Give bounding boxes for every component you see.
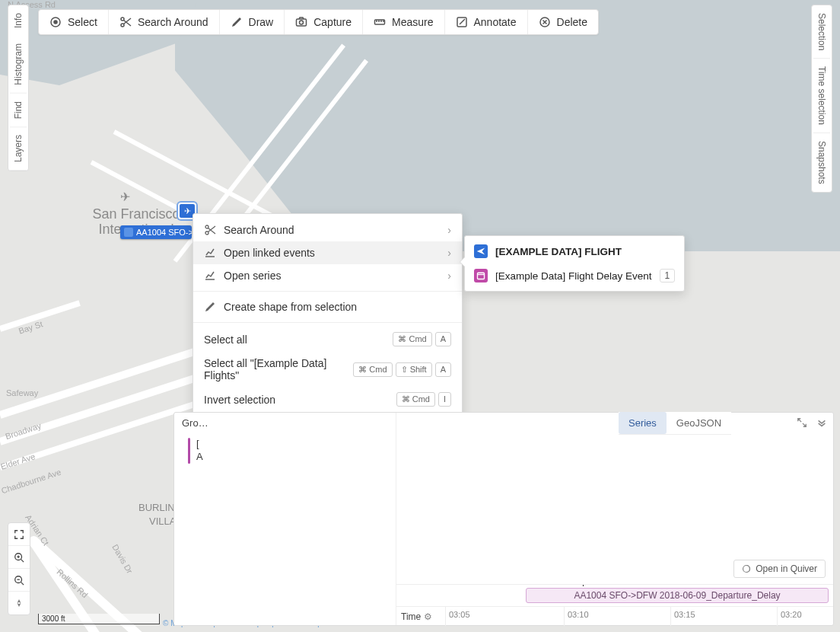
ctx-search-around[interactable]: Search Around ›	[193, 219, 462, 241]
timeline[interactable]: AA1004 SFO->DFW 2018-06-09_Departure_Del…	[396, 584, 833, 625]
street-label: Davis Dr	[110, 543, 135, 576]
measure-button[interactable]: Measure	[363, 10, 444, 34]
ctx-select-all-typed[interactable]: Select all "[Example Data] Flights" ⌘ Cm…	[193, 352, 462, 387]
right-tab-time-selection[interactable]: Time selection	[813, 59, 830, 133]
svg-rect-16	[478, 273, 485, 279]
tab-geojson[interactable]: GeoJSON	[667, 412, 731, 434]
group-header[interactable]: Gro…	[174, 413, 396, 433]
submenu-label: [EXAMPLE DATA] FLIGHT	[495, 246, 675, 257]
right-tab-selection[interactable]: Selection	[813, 5, 830, 59]
left-tab-info[interactable]: Info	[10, 5, 27, 36]
ctx-create-shape[interactable]: Create shape from selection	[193, 295, 462, 318]
submenu-delay-event[interactable]: [Example Data] Flight Delay Event 1	[465, 263, 684, 288]
timeline-axis-label[interactable]: Time ⚙	[396, 611, 442, 622]
scissors-icon	[204, 224, 216, 236]
toolbar-label: Draw	[249, 16, 274, 28]
submenu-flight-heading: [EXAMPLE DATA] FLIGHT	[465, 239, 684, 263]
scissors-icon	[119, 16, 132, 28]
left-tab-find[interactable]: Find	[10, 94, 27, 127]
bottom-panel-controls	[795, 416, 829, 429]
scale-bar: 3000 ft	[38, 614, 160, 624]
group-item[interactable]: [ A	[174, 433, 396, 468]
timeline-event-label: AA1004 SFO->DFW 2018-06-09_Departure_Del…	[574, 590, 780, 601]
delete-button[interactable]: Delete	[528, 10, 598, 34]
timeline-tick: 03:20	[777, 607, 802, 626]
right-tab-snapshots[interactable]: Snapshots	[813, 133, 830, 192]
kbd-shift: ⇧ Shift	[396, 362, 432, 377]
separator	[193, 322, 462, 323]
chevron-right-icon: ›	[447, 224, 451, 236]
toolbar-label: Select	[68, 16, 97, 28]
kbd-a: A	[435, 362, 451, 377]
kbd-cmd: ⌘ Cmd	[396, 392, 435, 407]
open-in-quiver-label: Open in Quiver	[756, 563, 817, 574]
annotate-button[interactable]: Annotate	[445, 10, 528, 34]
svg-point-5	[300, 21, 304, 24]
top-toolbar: Select Search Around Draw Capture Measur…	[38, 9, 599, 35]
ctx-label: Open series	[224, 270, 440, 282]
ctx-label: Search Around	[224, 224, 440, 236]
draw-button[interactable]: Draw	[220, 10, 285, 34]
zoom-out-button[interactable]	[8, 569, 30, 592]
expand-icon[interactable]	[795, 416, 809, 429]
left-sidebar-tabs: Info Histogram Find Layers	[8, 5, 29, 171]
flight-icon	[124, 228, 133, 237]
delete-icon	[539, 16, 551, 28]
pen-icon	[231, 16, 243, 28]
area-label: BURLIN	[138, 503, 175, 513]
bottom-panel: Gro… [ A Series GeoJSON Open in Quiver	[173, 412, 834, 626]
tab-series[interactable]: Series	[619, 412, 667, 434]
svg-point-12	[205, 231, 208, 235]
chart-line-icon	[204, 247, 216, 259]
ctx-open-linked-events[interactable]: Open linked events ›	[193, 241, 462, 264]
zoom-in-button[interactable]	[8, 546, 30, 569]
left-tab-histogram[interactable]: Histogram	[10, 36, 27, 94]
bottom-panel-tabs: Series GeoJSON	[619, 412, 731, 435]
chevron-down-icon[interactable]	[815, 416, 829, 429]
ctx-select-all[interactable]: Select all ⌘ Cmd A	[193, 327, 462, 352]
kbd-cmd: ⌘ Cmd	[393, 332, 431, 346]
timeline-tick: 03:15	[670, 607, 695, 626]
chevron-right-icon: ›	[447, 270, 451, 282]
left-tab-layers[interactable]: Layers	[10, 127, 27, 171]
quiver-icon	[742, 564, 751, 573]
ctx-label: Invert selection	[204, 394, 389, 406]
area-label: VILLA	[149, 516, 176, 527]
toolbar-label: Delete	[557, 16, 587, 28]
ctx-label: Select all	[204, 334, 385, 346]
submenu-arrow	[460, 257, 465, 267]
open-in-quiver-button[interactable]: Open in Quiver	[733, 560, 826, 578]
timeline-tick: 03:05	[445, 607, 470, 626]
poi-label: Safeway	[6, 388, 38, 397]
svg-point-11	[205, 225, 208, 228]
linked-events-submenu: [EXAMPLE DATA] FLIGHT [Example Data] Fli…	[464, 235, 685, 292]
flight-marker-label: AA1004 SFO->	[136, 228, 192, 237]
bottom-panel-chart: Series GeoJSON Open in Quiver AA1004 SFO…	[396, 413, 833, 625]
compass-button[interactable]	[8, 592, 30, 614]
ctx-label: Open linked events	[224, 247, 440, 259]
gear-icon[interactable]: ⚙	[424, 611, 432, 622]
ctx-invert-selection[interactable]: Invert selection ⌘ Cmd I	[193, 387, 462, 412]
toolbar-label: Annotate	[474, 16, 517, 28]
pen-icon	[204, 301, 216, 313]
kbd-i: I	[438, 392, 451, 407]
toolbar-label: Measure	[392, 16, 433, 28]
fit-extent-button[interactable]	[8, 523, 30, 546]
timeline-playhead[interactable]	[583, 585, 584, 586]
svg-point-1	[54, 21, 57, 24]
edit-icon	[456, 16, 468, 28]
flight-marker-tag[interactable]: AA1004 SFO->	[120, 225, 192, 239]
scale-label: 3000 ft	[42, 614, 65, 623]
timeline-track[interactable]: AA1004 SFO->DFW 2018-06-09_Departure_Del…	[396, 585, 833, 606]
capture-button[interactable]: Capture	[285, 10, 363, 34]
map-controls	[8, 522, 30, 615]
toolbar-label: Capture	[313, 16, 352, 28]
ctx-open-series[interactable]: Open series ›	[193, 264, 462, 287]
timeline-event[interactable]: AA1004 SFO->DFW 2018-06-09_Departure_Del…	[526, 588, 829, 603]
search-around-button[interactable]: Search Around	[109, 10, 220, 34]
right-sidebar-tabs: Selection Time selection Snapshots	[811, 5, 832, 193]
street-label: Elder Ave	[0, 452, 37, 471]
timeline-tick: 03:10	[564, 607, 589, 626]
select-button[interactable]: Select	[39, 10, 109, 34]
bottom-panel-groups: Gro… [ A	[174, 413, 396, 625]
